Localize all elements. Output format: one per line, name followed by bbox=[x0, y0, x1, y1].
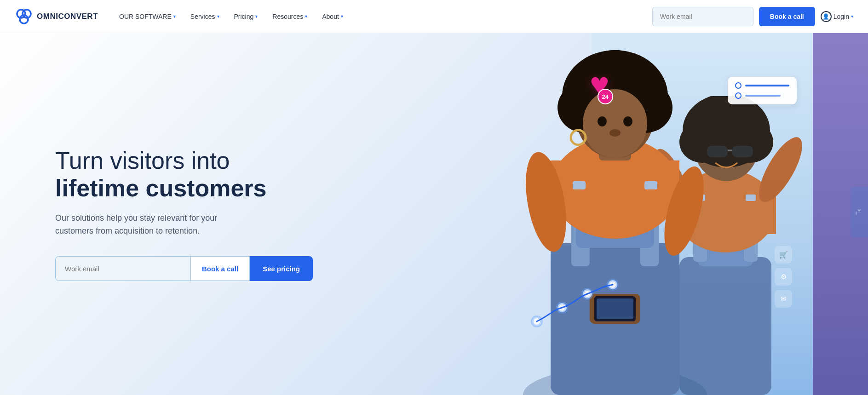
chevron-down-icon: ▾ bbox=[305, 14, 307, 19]
heart-notification: ♥ 24 bbox=[590, 68, 609, 101]
hero-title: Turn visitors into lifetime customers bbox=[55, 147, 313, 202]
hero-subtitle: Our solutions help you stay relevant for… bbox=[55, 212, 230, 238]
hero-see-pricing-button[interactable]: See pricing bbox=[250, 256, 313, 281]
nav-email-input[interactable] bbox=[652, 7, 753, 26]
mail-icon: ✉ bbox=[775, 290, 792, 308]
side-icons-panel: 🛒 ⚙ ✉ bbox=[775, 246, 792, 308]
nav-resources[interactable]: Resources ▾ bbox=[266, 9, 314, 24]
svg-rect-9 bbox=[551, 160, 679, 216]
hero-image-area: ♥ 24 bbox=[426, 33, 868, 395]
svg-rect-45 bbox=[746, 195, 756, 201]
ui-card bbox=[728, 77, 797, 104]
radio-icon-2 bbox=[735, 92, 742, 99]
hero-content: Turn visitors into lifetime customers Ou… bbox=[55, 147, 313, 281]
svg-point-24 bbox=[623, 116, 632, 126]
svg-point-23 bbox=[598, 116, 607, 126]
nav-book-call-button[interactable]: Book a call bbox=[759, 7, 815, 26]
person-main-svg bbox=[505, 46, 725, 395]
svg-point-25 bbox=[609, 129, 621, 137]
user-icon: 👤 bbox=[821, 11, 832, 22]
brand-name: OMNICONVERT bbox=[37, 12, 98, 21]
ui-radio-row-2 bbox=[735, 92, 789, 99]
chevron-down-icon: ▾ bbox=[851, 14, 853, 19]
chart-overlay bbox=[528, 275, 629, 335]
nav-software[interactable]: OUR SOFTWARE ▾ bbox=[113, 9, 182, 24]
nav-pricing[interactable]: Pricing ▾ bbox=[228, 9, 264, 24]
hero-book-call-button[interactable]: Book a call bbox=[190, 256, 250, 281]
nav-services[interactable]: Services ▾ bbox=[184, 9, 226, 24]
logo-icon bbox=[15, 7, 33, 26]
navbar-right: Book a call 👤 Login ▾ bbox=[652, 7, 853, 26]
line-full bbox=[745, 85, 789, 86]
chevron-down-icon: ▾ bbox=[173, 14, 176, 19]
notification-badge: 24 bbox=[598, 89, 613, 104]
navbar: OMNICONVERT OUR SOFTWARE ▾ Services ▾ Pr… bbox=[0, 0, 868, 33]
radio-icon bbox=[735, 82, 742, 89]
hero-cta: Book a call See pricing bbox=[55, 256, 313, 281]
settings-icon: ⚙ bbox=[775, 268, 792, 286]
nav-about[interactable]: About ▾ bbox=[316, 9, 350, 24]
line-short bbox=[745, 95, 781, 97]
svg-rect-27 bbox=[644, 181, 657, 189]
cart-icon: 🛒 bbox=[775, 246, 792, 263]
logo-link[interactable]: OMNICONVERT bbox=[15, 7, 98, 26]
right-edge-decoration: >_ bbox=[851, 187, 868, 237]
svg-rect-42 bbox=[732, 146, 753, 157]
hero-email-input[interactable] bbox=[55, 256, 190, 281]
chevron-down-icon: ▾ bbox=[341, 14, 343, 19]
chevron-down-icon: ▾ bbox=[255, 14, 258, 19]
login-area[interactable]: 👤 Login ▾ bbox=[821, 11, 853, 22]
ui-radio-row-1 bbox=[735, 82, 789, 89]
hero-section: Turn visitors into lifetime customers Ou… bbox=[0, 33, 868, 395]
chevron-down-icon: ▾ bbox=[217, 14, 219, 19]
nav-menu: OUR SOFTWARE ▾ Services ▾ Pricing ▾ Reso… bbox=[113, 9, 652, 24]
hero-scene: ♥ 24 bbox=[426, 33, 868, 395]
svg-rect-26 bbox=[573, 181, 586, 189]
